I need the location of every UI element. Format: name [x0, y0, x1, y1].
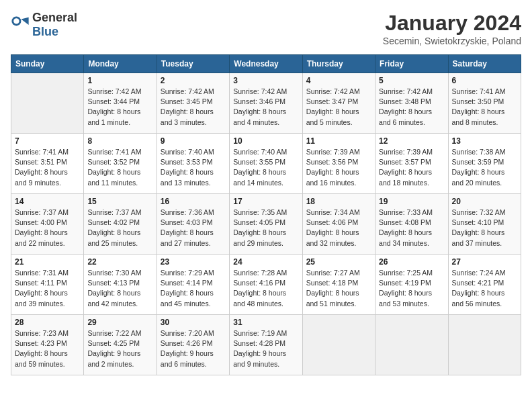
- weekday-header-thursday: Thursday: [302, 55, 375, 73]
- calendar-cell: 1Sunrise: 7:42 AM Sunset: 3:44 PM Daylig…: [84, 73, 157, 134]
- day-info: Sunrise: 7:36 AM Sunset: 4:03 PM Dayligh…: [161, 208, 226, 248]
- day-number: 9: [161, 136, 226, 146]
- calendar-cell: 30Sunrise: 7:20 AM Sunset: 4:26 PM Dayli…: [157, 315, 229, 375]
- day-number: 18: [306, 197, 371, 206]
- calendar-cell: 22Sunrise: 7:30 AM Sunset: 4:13 PM Dayli…: [84, 255, 157, 315]
- calendar-cell: 28Sunrise: 7:23 AM Sunset: 4:23 PM Dayli…: [11, 315, 84, 375]
- calendar-cell: 2Sunrise: 7:42 AM Sunset: 3:45 PM Daylig…: [157, 73, 229, 134]
- day-number: 21: [15, 257, 80, 267]
- day-number: 13: [452, 136, 517, 146]
- logo-icon: [11, 15, 30, 34]
- calendar-cell: [448, 315, 521, 375]
- day-info: Sunrise: 7:41 AM Sunset: 3:50 PM Dayligh…: [452, 87, 517, 128]
- calendar-cell: 7Sunrise: 7:41 AM Sunset: 3:51 PM Daylig…: [11, 134, 84, 194]
- week-row-1: 1Sunrise: 7:42 AM Sunset: 3:44 PM Daylig…: [11, 73, 521, 134]
- calendar-cell: [11, 73, 84, 134]
- day-info: Sunrise: 7:42 AM Sunset: 3:44 PM Dayligh…: [87, 87, 152, 128]
- calendar-cell: 10Sunrise: 7:40 AM Sunset: 3:55 PM Dayli…: [230, 134, 302, 194]
- day-info: Sunrise: 7:39 AM Sunset: 3:56 PM Dayligh…: [306, 147, 371, 188]
- day-number: 15: [87, 197, 152, 206]
- logo-general-text: General: [32, 11, 77, 24]
- day-info: Sunrise: 7:33 AM Sunset: 4:08 PM Dayligh…: [379, 208, 444, 248]
- calendar-cell: 8Sunrise: 7:41 AM Sunset: 3:52 PM Daylig…: [84, 134, 157, 194]
- calendar-cell: 18Sunrise: 7:34 AM Sunset: 4:06 PM Dayli…: [302, 194, 375, 255]
- week-row-5: 28Sunrise: 7:23 AM Sunset: 4:23 PM Dayli…: [11, 315, 521, 375]
- logo: General Blue: [11, 11, 77, 39]
- day-number: 14: [15, 197, 80, 206]
- day-number: 8: [87, 136, 152, 146]
- calendar-cell: 15Sunrise: 7:37 AM Sunset: 4:02 PM Dayli…: [84, 194, 157, 255]
- day-number: 29: [87, 318, 152, 327]
- calendar-cell: 19Sunrise: 7:33 AM Sunset: 4:08 PM Dayli…: [375, 194, 448, 255]
- calendar-cell: 27Sunrise: 7:24 AM Sunset: 4:21 PM Dayli…: [448, 255, 521, 315]
- day-number: 30: [161, 318, 226, 327]
- day-info: Sunrise: 7:40 AM Sunset: 3:53 PM Dayligh…: [161, 147, 226, 188]
- day-info: Sunrise: 7:42 AM Sunset: 3:48 PM Dayligh…: [379, 87, 444, 128]
- day-info: Sunrise: 7:28 AM Sunset: 4:16 PM Dayligh…: [233, 268, 298, 309]
- day-info: Sunrise: 7:32 AM Sunset: 4:10 PM Dayligh…: [452, 208, 517, 248]
- day-info: Sunrise: 7:42 AM Sunset: 3:46 PM Dayligh…: [233, 87, 298, 128]
- day-number: 27: [452, 257, 517, 267]
- calendar-cell: 11Sunrise: 7:39 AM Sunset: 3:56 PM Dayli…: [302, 134, 375, 194]
- calendar-cell: 14Sunrise: 7:37 AM Sunset: 4:00 PM Dayli…: [11, 194, 84, 255]
- day-number: 11: [306, 136, 371, 146]
- day-number: 26: [379, 257, 444, 267]
- weekday-header-saturday: Saturday: [448, 55, 521, 73]
- weekday-header-monday: Monday: [84, 55, 157, 73]
- day-info: Sunrise: 7:24 AM Sunset: 4:21 PM Dayligh…: [452, 268, 517, 309]
- day-info: Sunrise: 7:20 AM Sunset: 4:26 PM Dayligh…: [161, 328, 226, 369]
- day-info: Sunrise: 7:42 AM Sunset: 3:45 PM Dayligh…: [161, 87, 226, 128]
- calendar-cell: [302, 315, 375, 375]
- calendar-cell: 5Sunrise: 7:42 AM Sunset: 3:48 PM Daylig…: [375, 73, 448, 134]
- calendar-cell: 24Sunrise: 7:28 AM Sunset: 4:16 PM Dayli…: [230, 255, 302, 315]
- page-header: General Blue January 2024 Secemin, Swiet…: [11, 11, 521, 46]
- day-info: Sunrise: 7:19 AM Sunset: 4:28 PM Dayligh…: [233, 328, 298, 369]
- day-info: Sunrise: 7:42 AM Sunset: 3:47 PM Dayligh…: [306, 87, 371, 128]
- day-number: 28: [15, 318, 80, 327]
- calendar-table: SundayMondayTuesdayWednesdayThursdayFrid…: [11, 54, 521, 375]
- day-number: 7: [15, 136, 80, 146]
- day-info: Sunrise: 7:22 AM Sunset: 4:25 PM Dayligh…: [87, 328, 152, 369]
- weekday-header-sunday: Sunday: [11, 55, 84, 73]
- day-info: Sunrise: 7:37 AM Sunset: 4:02 PM Dayligh…: [87, 208, 152, 248]
- svg-marker-2: [21, 17, 28, 25]
- day-info: Sunrise: 7:25 AM Sunset: 4:19 PM Dayligh…: [379, 268, 444, 309]
- day-info: Sunrise: 7:38 AM Sunset: 3:59 PM Dayligh…: [452, 147, 517, 188]
- day-number: 20: [452, 197, 517, 206]
- day-number: 24: [233, 257, 298, 267]
- day-info: Sunrise: 7:39 AM Sunset: 3:57 PM Dayligh…: [379, 147, 444, 188]
- day-number: 10: [233, 136, 298, 146]
- day-number: 25: [306, 257, 371, 267]
- calendar-cell: 21Sunrise: 7:31 AM Sunset: 4:11 PM Dayli…: [11, 255, 84, 315]
- day-number: 31: [233, 318, 298, 327]
- calendar-cell: 26Sunrise: 7:25 AM Sunset: 4:19 PM Dayli…: [375, 255, 448, 315]
- calendar-cell: 25Sunrise: 7:27 AM Sunset: 4:18 PM Dayli…: [302, 255, 375, 315]
- title-block: January 2024 Secemin, Swietokrzyskie, Po…: [383, 11, 521, 46]
- calendar-cell: 31Sunrise: 7:19 AM Sunset: 4:28 PM Dayli…: [230, 315, 302, 375]
- week-row-4: 21Sunrise: 7:31 AM Sunset: 4:11 PM Dayli…: [11, 255, 521, 315]
- day-number: 17: [233, 197, 298, 206]
- calendar-cell: 4Sunrise: 7:42 AM Sunset: 3:47 PM Daylig…: [302, 73, 375, 134]
- week-row-2: 7Sunrise: 7:41 AM Sunset: 3:51 PM Daylig…: [11, 134, 521, 194]
- day-info: Sunrise: 7:35 AM Sunset: 4:05 PM Dayligh…: [233, 208, 298, 248]
- day-number: 1: [87, 76, 152, 85]
- day-number: 4: [306, 76, 371, 85]
- logo-blue-text: Blue: [32, 25, 58, 38]
- calendar-cell: 9Sunrise: 7:40 AM Sunset: 3:53 PM Daylig…: [157, 134, 229, 194]
- calendar-cell: 23Sunrise: 7:29 AM Sunset: 4:14 PM Dayli…: [157, 255, 229, 315]
- week-row-3: 14Sunrise: 7:37 AM Sunset: 4:00 PM Dayli…: [11, 194, 521, 255]
- calendar-header: SundayMondayTuesdayWednesdayThursdayFrid…: [11, 55, 521, 73]
- day-info: Sunrise: 7:40 AM Sunset: 3:55 PM Dayligh…: [233, 147, 298, 188]
- day-info: Sunrise: 7:41 AM Sunset: 3:52 PM Dayligh…: [87, 147, 152, 188]
- calendar-cell: 13Sunrise: 7:38 AM Sunset: 3:59 PM Dayli…: [448, 134, 521, 194]
- day-info: Sunrise: 7:23 AM Sunset: 4:23 PM Dayligh…: [15, 328, 80, 369]
- weekday-header-tuesday: Tuesday: [157, 55, 229, 73]
- day-number: 12: [379, 136, 444, 146]
- calendar-cell: 6Sunrise: 7:41 AM Sunset: 3:50 PM Daylig…: [448, 73, 521, 134]
- day-number: 5: [379, 76, 444, 85]
- calendar-cell: 17Sunrise: 7:35 AM Sunset: 4:05 PM Dayli…: [230, 194, 302, 255]
- day-info: Sunrise: 7:31 AM Sunset: 4:11 PM Dayligh…: [15, 268, 80, 309]
- calendar-cell: 12Sunrise: 7:39 AM Sunset: 3:57 PM Dayli…: [375, 134, 448, 194]
- calendar-subtitle: Secemin, Swietokrzyskie, Poland: [383, 36, 521, 46]
- calendar-cell: 3Sunrise: 7:42 AM Sunset: 3:46 PM Daylig…: [230, 73, 302, 134]
